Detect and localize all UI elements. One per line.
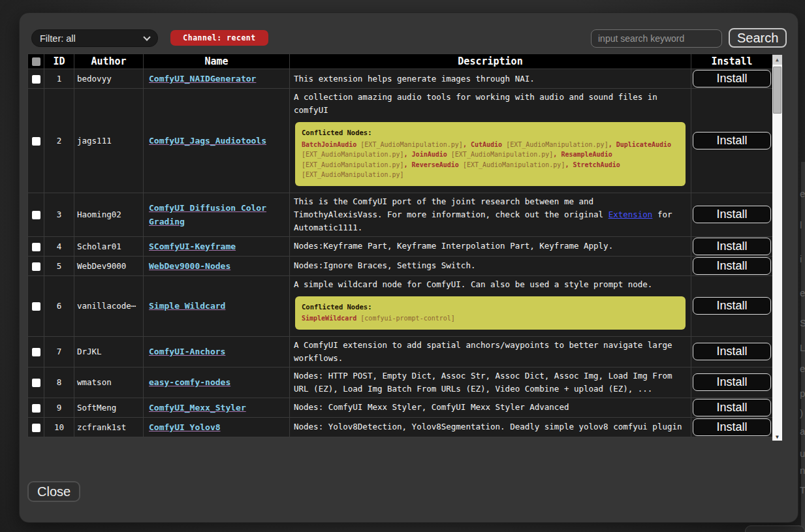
close-button[interactable]: Close (27, 481, 80, 502)
row-select-checkbox[interactable] (32, 404, 40, 413)
install-button[interactable]: Install (693, 373, 771, 391)
extensions-table: ID Author Name Description Install 1bedo… (27, 54, 782, 441)
row-description: This extension helps generate images thr… (294, 72, 687, 86)
row-author: jags111 (74, 89, 144, 193)
table-row: 5WebDev9000WebDev9000-NodesNodes:Ignore … (28, 256, 773, 275)
table-row: 10zcfrank1stComfyUI Yolov8Nodes: Yolov8D… (28, 417, 773, 437)
background-text-fragment: a (800, 426, 805, 437)
extension-name-link[interactable]: easy-comfy-nodes (149, 377, 230, 387)
row-id: 9 (44, 398, 74, 417)
row-description: Nodes:Ignore Braces, Settings Switch. (294, 259, 687, 272)
column-header-install: Install (691, 54, 773, 69)
extension-name: ComfyUI_Jags_Audiotools (149, 136, 266, 146)
install-button[interactable]: Install (693, 297, 771, 315)
background-text-fragment: L (800, 342, 805, 353)
filter-select[interactable]: Filter: all (31, 29, 158, 47)
select-all-checkbox[interactable] (32, 57, 40, 66)
occluded-background-button (745, 525, 805, 532)
row-description: A collection amazing audio tools for wor… (294, 91, 687, 117)
row-author: bedovyy (74, 69, 144, 89)
description-link[interactable]: Extension (608, 210, 653, 219)
column-header-author: Author (74, 54, 144, 69)
row-id: 6 (44, 275, 74, 336)
search-input[interactable] (591, 29, 722, 48)
background-text-fragment: S (800, 317, 805, 328)
install-button[interactable]: Install (693, 70, 771, 87)
background-text-fragment: l (800, 219, 805, 230)
install-button[interactable]: Install (693, 257, 771, 275)
extension-name-link[interactable]: WebDev9000-Nodes (149, 261, 230, 271)
row-author: wmatson (74, 367, 144, 398)
row-select-checkbox[interactable] (32, 75, 40, 84)
extension-name: WebDev9000-Nodes (149, 261, 230, 271)
conflicted-nodes-box: Conflicted Nodes:BatchJoinAudio [EXT_Aud… (295, 122, 686, 186)
background-text-fragment: u (800, 448, 805, 459)
scrollbar-thumb[interactable] (773, 67, 781, 114)
install-button[interactable]: Install (693, 399, 771, 416)
extension-name-link[interactable]: Simple Wildcard (149, 301, 225, 311)
extension-name-link[interactable]: ComfyUI_Mexx_Styler (149, 403, 246, 413)
row-select-checkbox[interactable] (32, 262, 40, 271)
row-select-checkbox[interactable] (32, 137, 40, 146)
row-id: 7 (44, 336, 74, 367)
extension-name: ComfyUI Diffusion Color Grading (149, 203, 266, 227)
row-description: A simple wildcard node for ComfyUI. Can … (294, 278, 687, 291)
row-author: DrJKL (74, 336, 144, 367)
row-description: This is the ComfyUI port of the joint re… (294, 195, 687, 234)
row-author: zcfrank1st (74, 417, 144, 437)
extension-name: ComfyUI_NAIDGenerator (149, 74, 256, 84)
row-select-checkbox[interactable] (32, 424, 40, 432)
conflicted-nodes-box: Conflicted Nodes:SimpleWildcard [comfyui… (295, 296, 686, 330)
extension-name-link[interactable]: ComfyUI_NAIDGenerator (149, 74, 256, 84)
extension-name-link[interactable]: ComfyUI_Jags_Audiotools (149, 136, 266, 146)
row-select-checkbox[interactable] (32, 302, 40, 311)
row-id: 1 (44, 69, 74, 89)
row-description: Nodes:Keyframe Part, Keyframe Interpolat… (294, 240, 687, 253)
table-row: 2jags111ComfyUI_Jags_AudiotoolsA collect… (28, 89, 773, 193)
table-row: 1bedovyyComfyUI_NAIDGeneratorThis extens… (28, 69, 773, 89)
extension-name-link[interactable]: ComfyUI Yolov8 (149, 422, 221, 432)
row-author: Scholar01 (74, 236, 144, 256)
extension-name: Simple Wildcard (149, 301, 225, 311)
table-row: 4Scholar01SComfyUI-KeyframeNodes:Keyfram… (28, 236, 773, 256)
install-button[interactable]: Install (693, 418, 771, 436)
scroll-up-icon[interactable]: ▲ (772, 55, 782, 65)
install-button[interactable]: Install (693, 343, 771, 360)
search-button[interactable]: Search (729, 28, 787, 48)
install-button[interactable]: Install (693, 132, 771, 149)
table-row: 3Haoming02ComfyUI Diffusion Color Gradin… (28, 193, 773, 236)
table-row: 9SoftMengComfyUI_Mexx_StylerNodes: Comfy… (28, 398, 773, 417)
row-select-checkbox[interactable] (32, 243, 40, 251)
extension-name-link[interactable]: ComfyUI Diffusion Color Grading (149, 203, 266, 227)
row-description: Nodes: HTTP POST, Empty Dict, Assoc Str,… (294, 369, 687, 396)
row-description: Nodes: ComfyUI Mexx Styler, ComfyUI Mexx… (294, 401, 687, 414)
row-id: 5 (44, 256, 74, 275)
conflicted-nodes-list: SimpleWildcard [comfyui-prompt-control] (302, 313, 679, 324)
row-description: Nodes: Yolov8Detection, Yolov8Segmentati… (294, 420, 687, 433)
extension-name-link[interactable]: ComfyUI-Anchors (149, 347, 225, 356)
filter-dropdown-wrap: Filter: all (31, 29, 158, 47)
row-description: A ComfyUI extension to add spatial ancho… (294, 339, 687, 365)
conflicted-nodes-list: BatchJoinAudio [EXT_AudioManipulation.py… (302, 140, 679, 180)
row-id: 2 (44, 89, 74, 193)
column-header-id: ID (44, 54, 74, 69)
background-text-fragment: n (800, 465, 805, 476)
background-text-fragment: e (800, 363, 805, 374)
install-custom-nodes-dialog: Filter: all Channel: recent Search ID Au… (20, 13, 798, 522)
table-header-row: ID Author Name Description Install (28, 54, 773, 69)
row-select-checkbox[interactable] (32, 348, 40, 356)
row-select-checkbox[interactable] (32, 211, 40, 219)
scroll-down-icon[interactable]: ▼ (772, 434, 782, 440)
row-author: vanillacode⋯ (74, 275, 144, 336)
extension-name-link[interactable]: SComfyUI-Keyframe (149, 242, 236, 251)
install-button[interactable]: Install (693, 238, 771, 255)
background-text-fragment: e (800, 188, 805, 199)
table-row: 7DrJKLComfyUI-AnchorsA ComfyUI extension… (28, 336, 773, 367)
table-scrollbar[interactable]: ▲ ▼ (772, 55, 782, 441)
column-header-description: Description (290, 54, 691, 69)
extension-name: easy-comfy-nodes (149, 377, 230, 387)
install-button[interactable]: Install (693, 206, 771, 223)
row-select-checkbox[interactable] (32, 379, 40, 387)
channel-badge: Channel: recent (170, 30, 268, 46)
background-text-fragment: T (800, 484, 805, 495)
